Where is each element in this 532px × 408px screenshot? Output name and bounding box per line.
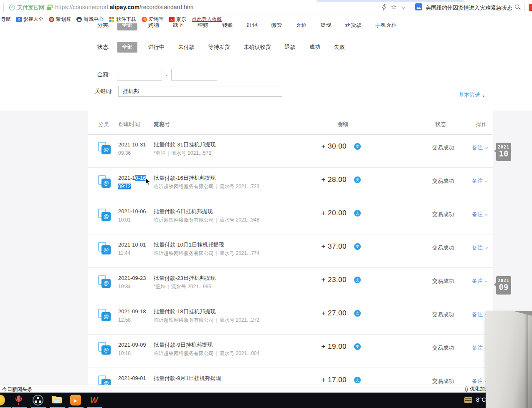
basic-filter-collapse-link[interactable]: 基本筛选 (459, 91, 485, 99)
category-pill[interactable]: 手机充值 (372, 23, 400, 30)
category-pill[interactable]: 红包 (244, 23, 261, 30)
withdraw-category-icon (98, 375, 111, 385)
status-pill[interactable]: 成功 (307, 42, 323, 53)
status-pill[interactable]: 进行中 (145, 42, 167, 53)
alipay-detail-icon[interactable] (354, 343, 361, 350)
bookmark-yingshidaquan[interactable]: 影视大全 (16, 16, 43, 23)
bookmark-label: 导航 (1, 16, 11, 23)
keyword-input[interactable] (118, 86, 282, 97)
url-prefix: https://consumeprod. (55, 4, 110, 10)
row-remark-action[interactable]: 备注 (472, 211, 487, 218)
row-serial: 流水号 2021...572 (171, 150, 211, 156)
category-pill-all[interactable]: 全部 (117, 23, 137, 30)
address-url[interactable]: https://consumeprod.alipay.com/record/st… (55, 4, 193, 10)
browser-news-strip: 今日新闻头条 优化加速 (0, 385, 532, 393)
row-remark-action[interactable]: 备注 (472, 344, 487, 352)
table-row: 2021-09-23 10:34 批量付款-23日挂机邦提现 *亚坤|流水号 2… (88, 268, 493, 301)
bookmark-software-download[interactable]: 软件下载 (109, 16, 136, 23)
obs-studio-icon[interactable] (33, 395, 43, 405)
row-time: 11:44 (118, 250, 130, 256)
alipay-detail-icon[interactable] (354, 310, 361, 317)
status-pill-all[interactable]: 全部 (117, 42, 137, 53)
taskbar-app-icon-partial[interactable] (0, 395, 5, 405)
row-serial: 流水号 2021...723 (219, 184, 259, 189)
news-headline-link[interactable]: 今日新闻头条 (2, 386, 32, 393)
row-date: 2021-10-31 (118, 141, 146, 148)
status-pill[interactable]: 失败 (331, 42, 348, 53)
row-date: 2021-09-18 (118, 308, 146, 315)
bookmark-label: 京东 (176, 16, 186, 23)
row-title: 批量付款-9月1日挂机邦提现 (154, 375, 221, 382)
toolbar-app-icon[interactable] (529, 4, 532, 11)
file-explorer-icon[interactable] (52, 395, 63, 405)
date-plain: 2021-1 (118, 175, 135, 181)
badge-month: 10 (496, 149, 511, 158)
alipay-detail-icon[interactable] (354, 143, 361, 150)
status-pill[interactable]: 等待发货 (205, 42, 233, 53)
wps-office-icon[interactable] (89, 395, 99, 405)
row-remark-action[interactable]: 备注 (472, 378, 487, 385)
amount-separator: - (166, 72, 167, 78)
speed-mode-icon[interactable] (382, 4, 386, 13)
bookmark-aitaobao[interactable]: 爱淘宝 (142, 16, 164, 23)
weather-temperature[interactable]: 8°C (476, 396, 486, 403)
bookmark-label: 影视大全 (23, 16, 43, 23)
microphone-app-icon[interactable] (13, 395, 24, 405)
site-security-badge[interactable]: 支付宝官网 (9, 4, 44, 11)
rocket-icon (464, 386, 469, 392)
alipay-detail-icon[interactable] (354, 176, 361, 183)
favorite-star-icon[interactable] (391, 3, 397, 11)
alipay-detail-icon[interactable] (354, 243, 361, 250)
bookmark-import-link[interactable]: 点此导入收藏 (192, 16, 222, 23)
row-subtitle: 临沂超铁网络服务有限公司|流水号 2021...004 (154, 350, 259, 357)
table-row: 2021-09-18 12:58 批量付款-18日挂机邦提现 临沂超铁网络服务有… (88, 301, 493, 335)
category-pill[interactable]: 转账 (219, 23, 236, 30)
alipay-detail-icon[interactable] (354, 210, 361, 217)
video-converter-icon[interactable] (70, 395, 81, 405)
amount-max-input[interactable] (171, 69, 217, 81)
category-pill[interactable]: 理财 (195, 23, 211, 30)
status-pill[interactable]: 退款 (282, 42, 299, 53)
row-serial: 流水号 2021...004 (219, 350, 259, 356)
row-party: 临沂超铁网络服务有限公司 (154, 250, 214, 256)
status-label: 状态: (97, 43, 110, 51)
row-remark-action[interactable]: 备注 (472, 244, 487, 252)
bookmark-jd[interactable]: 京东 (169, 16, 186, 23)
input-method-icon[interactable] (464, 397, 472, 403)
row-time-selected: 09:12 (118, 184, 131, 189)
row-status: 交易成功 (432, 177, 454, 185)
category-pill[interactable]: 提现 (318, 23, 334, 30)
row-remark-action[interactable]: 备注 (472, 144, 487, 151)
category-pill[interactable]: 充值 (293, 23, 310, 30)
status-pill[interactable]: 未付款 (175, 42, 198, 53)
alipay-detail-icon[interactable] (354, 277, 361, 283)
withdraw-category-icon (98, 242, 111, 254)
category-pill[interactable]: 还贷款 (342, 23, 365, 30)
transactions-table: 分类 创建时间 名称|对方|交易号 金额|明细 状态 操作 2021-10-31… (88, 111, 493, 385)
status-pill[interactable]: 未确认收货 (241, 42, 274, 53)
category-pill[interactable]: 线下 (170, 23, 187, 30)
row-amount: + 37.00 (284, 242, 347, 251)
row-remark-action[interactable]: 备注 (472, 311, 487, 318)
chevron-down-icon[interactable] (401, 5, 405, 9)
row-remark-action[interactable]: 备注 (472, 277, 487, 285)
bookmark-label: 点此导入收藏 (192, 16, 222, 23)
header-txn: 交易号 (154, 121, 170, 128)
news-hot-icon[interactable] (415, 3, 422, 10)
row-amount: + 28.00 (284, 176, 347, 184)
bookmark-juhuasuan[interactable]: 聚划算 (49, 16, 71, 23)
divider (524, 3, 525, 12)
amount-min-input[interactable] (117, 69, 162, 81)
bookmark-game-center[interactable]: 游戏中心 (76, 16, 104, 23)
alipay-detail-icon[interactable] (354, 377, 361, 383)
row-status: 交易成功 (432, 144, 454, 151)
row-remark-action[interactable]: 备注 (472, 177, 487, 185)
game-penguin-icon (76, 17, 82, 22)
bookmark-nav[interactable]: 导航 (1, 16, 11, 23)
search-icon[interactable] (515, 5, 519, 9)
news-ticker[interactable]: 美国纽约州因疫情进入灾难紧急状态 (426, 4, 512, 12)
row-subtitle: 临沂超铁网络服务有限公司|流水号 2021...272 (154, 317, 259, 324)
category-pill[interactable]: 购物 (145, 23, 162, 30)
row-time: 10:18 (118, 350, 131, 356)
category-pill[interactable]: 缴费 (269, 23, 285, 30)
